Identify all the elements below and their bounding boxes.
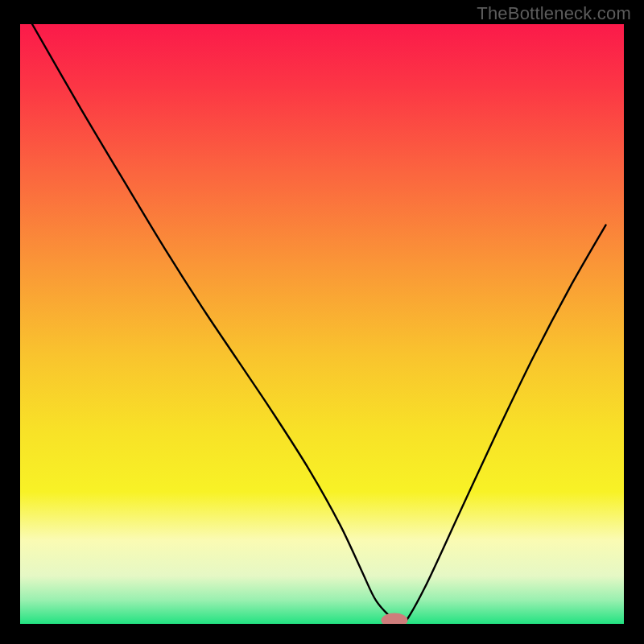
chart-frame: TheBottleneck.com [0,0,644,644]
bottleneck-chart [20,24,624,624]
plot-background [20,24,624,624]
watermark-text: TheBottleneck.com [477,3,631,24]
